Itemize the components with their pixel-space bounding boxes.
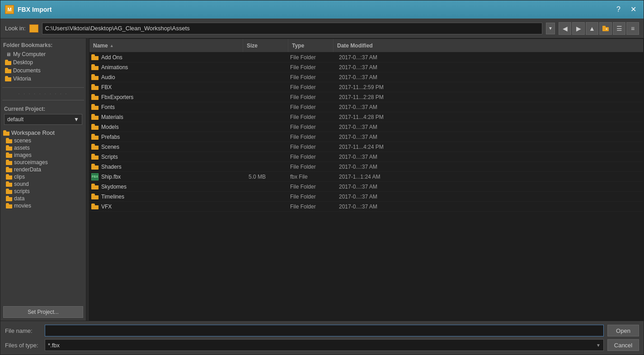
file-date-cell: 2017-1...1:24 AM [335,174,641,180]
file-name-cell: Fonts [91,104,245,110]
svg-rect-1 [602,26,606,28]
file-name-cell: Scenes [91,144,245,150]
file-name-text: Prefabs [101,134,120,140]
sort-arrow-icon: ▲ [110,43,114,48]
sidebar-item-documents[interactable]: Documents [3,66,83,75]
folder-icon-sourceimages [6,160,12,165]
up-button[interactable]: ▲ [586,22,598,35]
cancel-button[interactable]: Cancel [607,339,639,351]
column-header-size[interactable]: Size [243,39,288,52]
look-in-path-input[interactable]: C:\Users\Viktoria\Desktop\AG_Clean_Works… [42,23,542,34]
close-button[interactable]: ✕ [628,5,639,14]
workspace-item-assets[interactable]: assets [0,144,86,151]
workspace-item-images[interactable]: images [0,151,86,159]
folder-icon-scripts [6,189,12,194]
file-name-text: Skydomes [101,184,127,190]
list-view-button[interactable]: ☰ [613,22,625,35]
title-bar-left: M FBX Import [5,5,52,14]
folder-icon [91,74,99,80]
new-folder-button[interactable]: + [599,22,612,35]
folder-icon [91,54,99,60]
sidebar-divider-2 [2,100,84,100]
open-button[interactable]: Open [607,325,639,336]
workspace-label-movies: movies [14,203,31,209]
set-project-button[interactable]: Set Project... [3,306,83,318]
folder-icon [91,94,99,100]
file-type-cell: fbx File [290,174,335,180]
column-date-label: Date Modified [337,43,373,49]
sidebar-item-my-computer[interactable]: 🖥 My Computer [3,50,83,58]
file-date-cell: 2017-0...:37 AM [335,74,641,80]
folder-icon [91,184,99,189]
folder-icon-sound [6,181,12,187]
column-header-type[interactable]: Type [288,39,334,52]
table-row[interactable]: Add Ons File Folder 2017-0...:37 AM [89,52,643,62]
file-panel: Name ▲ Size Type Date Modified [89,38,644,321]
file-name-text: VFX [101,204,112,210]
workspace-item-sourceimages[interactable]: sourceimages [0,159,86,166]
table-row[interactable]: VFX File Folder 2017-0...:37 AM [89,202,643,212]
file-name-input[interactable] [45,325,604,336]
file-type-cell: File Folder [290,144,335,150]
column-header-date[interactable]: Date Modified [334,39,643,52]
file-type-cell: File Folder [290,124,335,130]
file-name-text: Animations [101,64,128,71]
workspace-item-renderdata[interactable]: renderData [0,166,86,173]
table-row[interactable]: FBX Ship.fbx 5.0 MB fbx File 2017-1...1:… [89,172,643,182]
folder-icon [91,194,99,199]
file-name-cell: VFX [91,204,245,210]
current-project-dropdown[interactable]: default ▼ [4,114,82,125]
workspace-item-clips[interactable]: clips [0,173,86,180]
column-header-name[interactable]: Name ▲ [89,39,243,52]
workspace-root-header[interactable]: Workspace Root [0,128,86,137]
table-row[interactable]: Materials File Folder 2017-11...4:28 PM [89,112,643,122]
workspace-item-scripts[interactable]: scripts [0,188,86,195]
current-project-label: Current Project: [4,106,82,112]
folder-icon-renderdata [6,167,12,172]
file-name-cell: Shaders [91,164,245,170]
workspace-item-movies[interactable]: movies [0,202,86,209]
file-type-cell: File Folder [290,154,335,160]
workspace-folder-icon [3,130,9,136]
file-type-cell: File Folder [290,104,335,110]
workspace-label-images: images [14,152,32,158]
help-button[interactable]: ? [614,5,623,14]
forward-button[interactable]: ▶ [572,22,585,35]
folder-icon [91,204,99,209]
workspace-item-sound[interactable]: sound [0,180,86,188]
look-in-bar: Look in: C:\Users\Viktoria\Desktop\AG_Cl… [0,19,644,38]
table-row[interactable]: Animations File Folder 2017-0...:37 AM [89,62,643,72]
table-row[interactable]: Scenes File Folder 2017-11...4:24 PM [89,142,643,152]
files-type-value: *.fbx [48,342,60,349]
workspace-item-scenes[interactable]: scenes [0,137,86,144]
sidebar-item-desktop[interactable]: Desktop [3,58,83,66]
table-row[interactable]: Skydomes File Folder 2017-0...:37 AM [89,182,643,192]
file-name-text: FBX [101,84,112,90]
back-button[interactable]: ◀ [559,22,571,35]
sidebar-item-viktoria[interactable]: Viktoria [3,75,83,83]
folder-icon [91,104,99,110]
table-row[interactable]: Audio File Folder 2017-0...:37 AM [89,72,643,82]
file-name-text: Ship.fbx [101,174,121,180]
file-name-row: File name: Open [5,325,639,336]
bottom-section: File name: Open Files of type: *.fbx ▼ C… [0,321,644,355]
detail-view-button[interactable]: ≡ [626,22,639,35]
file-name-cell: Skydomes [91,184,245,190]
table-row[interactable]: Timelines File Folder 2017-0...:37 AM [89,192,643,202]
table-row[interactable]: Prefabs File Folder 2017-0...:37 AM [89,132,643,142]
table-row[interactable]: Scripts File Folder 2017-0...:37 AM [89,152,643,162]
file-name-text: Add Ons [101,54,122,61]
folder-icon-assets [6,145,12,151]
table-row[interactable]: Models File Folder 2017-0...:37 AM [89,122,643,132]
title-bar-controls: ? ✕ [614,5,639,14]
look-in-dropdown[interactable]: ▼ [546,23,555,34]
table-row[interactable]: FBX File Folder 2017-11...2:59 PM [89,82,643,92]
file-list: Add Ons File Folder 2017-0...:37 AM Anim… [89,52,643,320]
folder-bookmarks-section: Folder Bookmarks: 🖥 My Computer Desktop … [0,38,86,85]
table-row[interactable]: Fonts File Folder 2017-0...:37 AM [89,102,643,112]
table-row[interactable]: Shaders File Folder 2017-0...:37 AM [89,162,643,172]
files-of-type-select[interactable]: *.fbx ▼ [45,339,604,351]
workspace-item-data[interactable]: data [0,195,86,202]
file-name-text: Scripts [101,154,118,160]
table-row[interactable]: FbxExporters File Folder 2017-11...2:28 … [89,92,643,102]
